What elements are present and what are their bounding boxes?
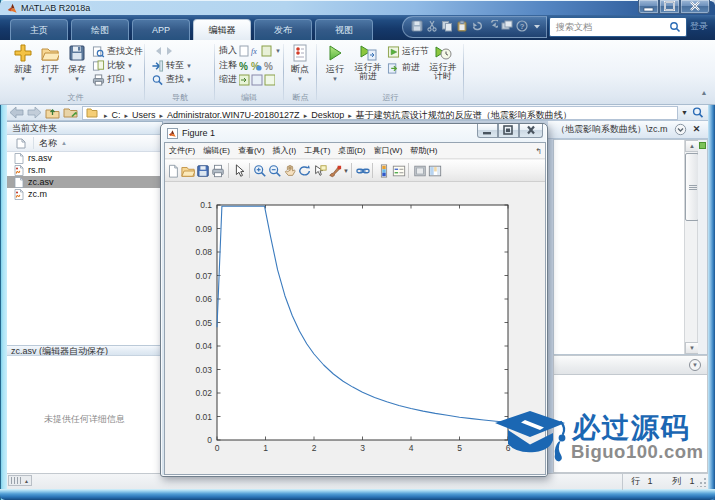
ribbon-tab-1[interactable]: 主页 (10, 19, 68, 40)
run-and-time-button[interactable]: 运行并计时 (427, 43, 459, 81)
editor-close-icon[interactable]: ✕ (691, 124, 702, 135)
back-forward-icons[interactable] (153, 45, 183, 57)
open-button[interactable]: 打开▼ (37, 43, 63, 82)
dropdown-icon[interactable] (531, 20, 544, 35)
maximize-button[interactable] (659, 0, 680, 14)
close-button[interactable] (680, 0, 710, 14)
figure-menu-5[interactable]: 工具(T) (300, 143, 334, 159)
search-icon[interactable] (669, 21, 681, 33)
figure-menu-1[interactable]: 文件(F) (165, 143, 199, 159)
zoom-out-icon[interactable] (268, 164, 282, 178)
title-bar[interactable]: MATLAB R2018a (0, 0, 715, 15)
ribbon-tab-6[interactable]: 视图 (315, 19, 373, 40)
editor-tab-title[interactable]: （地震影响系数曲线）\zc.m (548, 123, 674, 136)
save-icon[interactable] (410, 20, 423, 35)
expand-panel-icon[interactable]: ▼ (689, 359, 701, 371)
save-button[interactable]: 保存▼ (64, 43, 90, 82)
menu-overflow-icon[interactable]: ↰ (535, 147, 542, 156)
collapse-ribbon-icon[interactable]: ▲ (699, 88, 709, 98)
pan-icon[interactable] (283, 164, 297, 178)
browse-folder-icon[interactable] (62, 106, 79, 119)
editor-document[interactable]: ▲ ▼ (553, 139, 708, 355)
data-cursor-icon[interactable] (313, 164, 327, 178)
figure-minimize-button[interactable] (477, 124, 498, 138)
help-icon[interactable]: ? (516, 20, 529, 35)
link-plot-icon[interactable] (356, 164, 370, 178)
back-icon[interactable] (8, 106, 25, 119)
current-folder-title[interactable]: 当前文件夹 (7, 122, 162, 135)
breadcrumb-segment-5[interactable]: 基于建筑抗震设计规范的反应谱（地震影响系数曲线） (356, 110, 572, 120)
breadcrumb-segment-3[interactable]: Administrator.WIN7U-20180127Z (167, 110, 300, 120)
file-row-zc.m[interactable]: zc.m (7, 188, 162, 200)
resize-grip[interactable] (697, 478, 706, 487)
print-figure-icon[interactable] (211, 164, 225, 178)
ribbon-tab-5[interactable]: 发布 (254, 19, 312, 40)
doc-search-box[interactable]: 搜索文档 (549, 17, 687, 37)
insert-legend-icon[interactable] (392, 164, 406, 178)
breadcrumb-segment-1[interactable]: C: (112, 110, 121, 120)
forward-icon[interactable] (26, 106, 43, 119)
editor-vscrollbar[interactable]: ▲ ▼ (684, 140, 698, 354)
compare-button[interactable]: 比较▼ (92, 59, 133, 72)
find-button[interactable]: 查找▼ (151, 73, 192, 86)
figure-menu-3[interactable]: 查看(V) (234, 143, 269, 159)
run-button[interactable]: 运行▼ (322, 43, 348, 82)
scrollbar-thumb[interactable] (685, 153, 699, 221)
cut-icon[interactable] (425, 20, 438, 35)
zoom-in-icon[interactable] (253, 164, 267, 178)
editor-dock-icon[interactable] (674, 123, 687, 136)
breadcrumb-segment-2[interactable]: Users (132, 110, 156, 120)
ribbon-tab-4[interactable]: 编辑器 (193, 19, 251, 40)
print-button[interactable]: 打印▼ (92, 73, 133, 86)
undo-icon[interactable] (470, 20, 483, 35)
switch-window-icon[interactable] (501, 20, 514, 35)
redo-icon[interactable] (486, 20, 499, 35)
figure-menu-6[interactable]: 桌面(D) (334, 143, 369, 159)
ribbon-tab-3[interactable]: APP (132, 19, 190, 40)
rotate-3d-icon[interactable] (298, 164, 312, 178)
figure-maximize-button[interactable] (498, 124, 519, 138)
brush-dropdown-icon[interactable]: ▼ (343, 168, 349, 174)
scroll-up-icon[interactable]: ▲ (685, 140, 699, 152)
sign-in-link[interactable]: 登录 (690, 20, 708, 33)
run-and-advance-button[interactable]: 运行并前进 (353, 43, 383, 81)
new-button[interactable]: 新建▼ (10, 43, 36, 82)
plot-canvas[interactable]: 012345600.010.020.030.040.050.060.070.08… (165, 183, 545, 474)
run-section-button[interactable]: 运行节 (387, 45, 429, 58)
brush-icon[interactable] (328, 164, 342, 178)
file-row-zc.asv[interactable]: zc.asv (7, 176, 162, 188)
folder-hscrollbar[interactable]: ▲ (8, 475, 32, 486)
address-search-icon[interactable] (691, 106, 705, 119)
figure-menu-2[interactable]: 编辑(E) (199, 143, 234, 159)
insert-row[interactable]: 插入 fx ▼ (219, 44, 281, 57)
breakpoints-button[interactable]: 断点▼ (287, 43, 313, 82)
name-column-header[interactable]: 名称 (39, 137, 57, 150)
new-figure-icon[interactable] (166, 164, 180, 178)
file-list-header[interactable]: 名称 ▲ (7, 135, 162, 152)
ribbon-tab-2[interactable]: 绘图 (71, 19, 129, 40)
comment-row[interactable]: 注释 %%% (219, 59, 275, 72)
scroll-down-icon[interactable]: ▼ (685, 342, 699, 354)
edit-plot-icon[interactable] (232, 164, 246, 178)
insert-colorbar-icon[interactable] (377, 164, 391, 178)
show-plot-tools-icon[interactable] (428, 164, 442, 178)
goto-button[interactable]: 转至▼ (151, 59, 192, 72)
code-analyzer-ok-indicator[interactable] (699, 142, 706, 149)
minimize-button[interactable] (638, 0, 659, 14)
file-row-rs.asv[interactable]: rs.asv (7, 152, 162, 164)
figure-menu-4[interactable]: 插入(I) (269, 143, 301, 159)
copy-icon[interactable] (440, 20, 453, 35)
address-dropdown-icon[interactable]: ▼ (678, 109, 691, 116)
indent-row[interactable]: 缩进 (219, 73, 275, 86)
advance-button[interactable]: 前进 (387, 61, 420, 74)
file-row-rs.m[interactable]: rs.m (7, 164, 162, 176)
find-files-button[interactable]: 查找文件 (92, 45, 143, 58)
address-field[interactable]: ▸C:▸Users▸Administrator.WIN7U-20180127Z▸… (82, 106, 678, 120)
paste-icon[interactable] (455, 20, 468, 35)
details-header[interactable]: zc.asv (编辑器自动保存) (7, 345, 162, 356)
open-file-icon[interactable] (181, 164, 195, 178)
hide-plot-tools-icon[interactable] (413, 164, 427, 178)
save-figure-icon[interactable] (196, 164, 210, 178)
up-folder-icon[interactable] (44, 106, 61, 119)
figure-close-button[interactable] (519, 124, 543, 138)
